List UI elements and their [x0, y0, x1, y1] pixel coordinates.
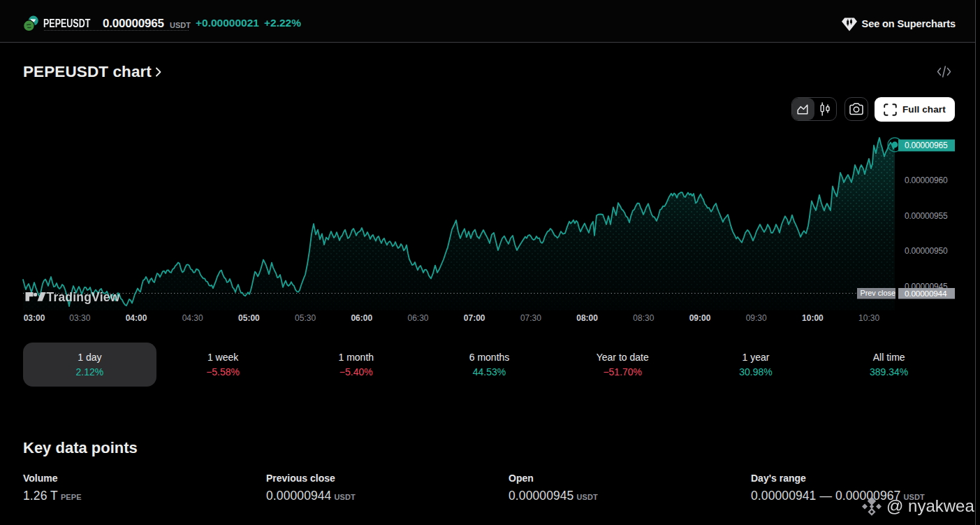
svg-text:10:30: 10:30 — [858, 313, 879, 323]
svg-text:04:30: 04:30 — [182, 313, 203, 323]
svg-text:05:00: 05:00 — [238, 313, 260, 323]
svg-text:07:00: 07:00 — [464, 313, 485, 323]
svg-text:05:30: 05:30 — [295, 313, 316, 323]
svg-text:Prev close: Prev close — [861, 289, 895, 297]
svg-text:06:00: 06:00 — [351, 313, 372, 323]
svg-text:06:30: 06:30 — [407, 313, 428, 323]
svg-text:03:00: 03:00 — [24, 313, 45, 323]
svg-text:0.00000944: 0.00000944 — [905, 289, 947, 299]
svg-text:0.00000955: 0.00000955 — [905, 211, 948, 221]
svg-text:0.00000960: 0.00000960 — [905, 175, 948, 185]
svg-text:10:00: 10:00 — [802, 313, 824, 323]
svg-text:08:00: 08:00 — [576, 313, 598, 323]
svg-text:TradingView: TradingView — [47, 290, 120, 304]
svg-text:04:00: 04:00 — [126, 313, 147, 323]
svg-text:09:30: 09:30 — [746, 313, 767, 323]
svg-text:07:30: 07:30 — [520, 313, 541, 323]
svg-text:09:00: 09:00 — [689, 313, 711, 323]
svg-text:0.00000965: 0.00000965 — [905, 141, 948, 150]
svg-text:03:30: 03:30 — [69, 313, 90, 323]
svg-text:0.00000950: 0.00000950 — [905, 246, 948, 256]
svg-text:08:30: 08:30 — [633, 313, 654, 323]
